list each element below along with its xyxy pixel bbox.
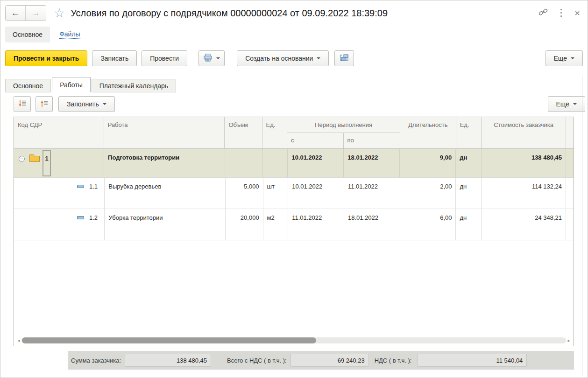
cell-work[interactable]: Вырубка деревьев — [105, 178, 226, 209]
cell-volume[interactable] — [225, 149, 262, 177]
scrollbar-thumb[interactable] — [22, 337, 316, 343]
header-unit[interactable]: Ед. — [262, 117, 288, 148]
header-period[interactable]: Период выполнения с по — [287, 117, 400, 148]
back-button[interactable]: ← — [6, 6, 26, 21]
cell-date-to[interactable]: 18.01.2022 — [344, 149, 400, 177]
form-right-edge — [582, 76, 582, 376]
cell-volume[interactable]: 20,000 — [226, 209, 263, 240]
move-up-icon — [40, 99, 49, 109]
related-documents-button[interactable] — [334, 50, 354, 66]
tab-payment-calendar[interactable]: Платежный календарь — [92, 79, 176, 92]
collapse-group-icon[interactable] — [19, 156, 25, 162]
kebab-menu-icon[interactable] — [560, 9, 562, 17]
tab-main[interactable]: Основное — [5, 79, 51, 92]
table-header: Код СДР Работа Объем Ед. Период выполнен… — [14, 117, 574, 149]
cell-code[interactable]: 1.2 — [14, 209, 105, 240]
close-icon[interactable]: × — [574, 8, 580, 18]
cell-duration-unit[interactable]: дн — [456, 149, 482, 177]
post-button[interactable]: Провести — [142, 50, 187, 66]
cell-date-from[interactable]: 11.01.2022 — [288, 209, 344, 240]
document-structure-icon — [339, 54, 349, 63]
tab-works[interactable]: Работы — [52, 77, 91, 92]
nav-link-files[interactable]: Файлы — [59, 30, 80, 39]
cell-extra[interactable] — [566, 178, 574, 209]
cell-code[interactable]: 1 — [14, 149, 104, 177]
cell-cursor: 1 — [43, 150, 51, 176]
favorite-star-icon[interactable]: ☆ — [54, 7, 65, 20]
cell-date-to[interactable]: 18.01.2022 — [344, 209, 400, 240]
title-bar: ← → ☆ Условия по договору с подрядчиком … — [5, 4, 583, 22]
post-and-close-button[interactable]: Провести и закрыть — [5, 50, 87, 66]
header-period-from[interactable]: с — [287, 133, 344, 148]
more-caret — [571, 57, 574, 59]
print-icon — [203, 54, 213, 63]
move-down-button[interactable] — [14, 96, 31, 112]
item-icon — [77, 185, 84, 188]
page-title: Условия по договору с подрядчиком 000000… — [71, 8, 388, 19]
works-toolbar: Заполнить Еще — [5, 96, 583, 112]
cell-extra[interactable] — [566, 149, 574, 177]
fill-label: Заполнить — [67, 100, 99, 108]
cell-cost[interactable]: 138 480,45 — [482, 149, 566, 177]
header-period-to[interactable]: по — [344, 133, 400, 148]
cell-duration-unit[interactable]: дн — [456, 178, 482, 209]
cell-duration-unit[interactable]: дн — [456, 209, 482, 240]
header-duration-unit[interactable]: Ед. — [456, 117, 482, 148]
scroll-left-icon[interactable]: ◂ — [16, 338, 21, 343]
print-dropdown-caret — [216, 57, 220, 59]
forward-icon: → — [31, 8, 40, 18]
table-row[interactable]: 1.2Уборка территории20,000м211.01.202218… — [14, 209, 574, 240]
table-row[interactable]: 1Подготовка территории10.01.202218.01.20… — [14, 149, 574, 178]
cell-date-from[interactable]: 10.01.2022 — [288, 149, 344, 177]
write-button[interactable]: Записать — [92, 50, 137, 66]
header-code[interactable]: Код СДР — [14, 117, 104, 148]
customer-sum-label: Сумма заказчика: — [71, 357, 121, 364]
nav-item-main[interactable]: Основное — [5, 27, 50, 42]
cell-work[interactable]: Уборка территории — [105, 209, 226, 240]
print-button[interactable] — [198, 50, 225, 66]
cell-work[interactable]: Подготовка территории — [104, 149, 225, 177]
link-icon[interactable] — [538, 8, 548, 18]
scrollbar-track[interactable] — [21, 337, 566, 343]
cell-unit[interactable]: шт — [263, 178, 289, 209]
table-more-label: Еще — [556, 100, 570, 108]
header-customer-cost[interactable]: Стоимость заказчика — [482, 117, 566, 148]
scroll-right-icon[interactable]: ▸ — [566, 338, 572, 343]
document-window: ← → ☆ Условия по договору с подрядчиком … — [0, 0, 588, 378]
vat-label: НДС ( в т.ч. ): — [375, 357, 412, 364]
create-based-on-button[interactable]: Создать на основании — [237, 50, 329, 66]
cell-volume[interactable]: 5,000 — [226, 178, 263, 209]
more-button-table[interactable]: Еще — [548, 96, 586, 112]
forward-button[interactable]: → — [26, 6, 46, 21]
cell-unit[interactable] — [263, 149, 288, 177]
horizontal-scrollbar[interactable]: ◂ ▸ — [14, 335, 574, 346]
table-empty-area — [14, 240, 574, 335]
navigation-panel: Основное Файлы — [5, 26, 583, 43]
table-row[interactable]: 1.1Вырубка деревьев5,000шт10.01.202211.0… — [14, 178, 574, 209]
more-label: Еще — [554, 55, 567, 62]
item-icon — [77, 216, 84, 219]
move-up-button[interactable] — [35, 96, 53, 112]
cell-duration[interactable]: 9,00 — [400, 149, 456, 177]
total-with-vat-value: 69 240,23 — [290, 354, 369, 367]
fill-button[interactable]: Заполнить — [58, 96, 115, 112]
header-duration[interactable]: Длительность — [400, 117, 456, 148]
cell-cost[interactable]: 114 132,24 — [482, 178, 566, 209]
total-with-vat-label: Всего с НДС ( в т.ч. ): — [227, 357, 287, 364]
header-volume[interactable]: Объем — [225, 117, 262, 148]
cell-duration[interactable]: 2,00 — [400, 178, 456, 209]
cell-date-to[interactable]: 11.01.2022 — [344, 178, 400, 209]
table-body: 1Подготовка территории10.01.202218.01.20… — [14, 149, 574, 335]
header-period-label: Период выполнения — [287, 117, 400, 133]
cell-extra[interactable] — [566, 209, 574, 240]
command-bar: Провести и закрыть Записать Провести Соз… — [5, 50, 583, 67]
header-work[interactable]: Работа — [104, 117, 225, 148]
more-button-top[interactable]: Еще — [545, 50, 583, 66]
cell-cost[interactable]: 24 348,21 — [482, 209, 566, 240]
header-extra — [566, 117, 574, 148]
cell-date-from[interactable]: 10.01.2022 — [288, 178, 344, 209]
back-icon: ← — [11, 8, 20, 18]
cell-unit[interactable]: м2 — [263, 209, 289, 240]
cell-code[interactable]: 1.1 — [14, 178, 105, 209]
cell-duration[interactable]: 6,00 — [400, 209, 456, 240]
